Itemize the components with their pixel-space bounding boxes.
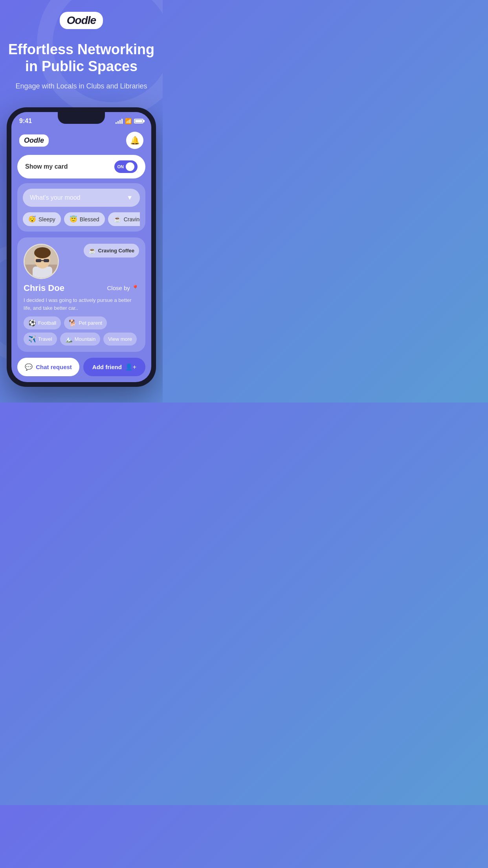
app-logo-text: Oodle bbox=[24, 136, 44, 144]
status-time: 9:41 bbox=[19, 118, 32, 125]
svg-point-4 bbox=[34, 247, 51, 258]
mood-placeholder: What's your mood bbox=[30, 194, 80, 201]
interest-chips: ⚽ Football 🐕 Pet parent ✈️ Travel 🏔️ Mou… bbox=[24, 316, 139, 346]
mood-chip-blessed[interactable]: 😇 Blessed bbox=[64, 212, 105, 226]
svg-rect-6 bbox=[44, 259, 49, 262]
hero-title: Effortless Networking in Public Spaces bbox=[8, 41, 155, 75]
interest-label-travel: Travel bbox=[38, 336, 52, 342]
interest-label-view-more: View more bbox=[108, 336, 132, 342]
travel-emoji: ✈️ bbox=[28, 335, 36, 343]
notification-button[interactable]: 🔔 bbox=[126, 132, 143, 149]
page-content: Oodle Effortless Networking in Public Sp… bbox=[0, 0, 163, 403]
top-logo: Oodle bbox=[60, 12, 103, 29]
hero-subtitle: Engage with Locals in Clubs and Librarie… bbox=[15, 81, 147, 92]
phone-screen: 9:41 📶 Oodle bbox=[11, 112, 151, 382]
chat-icon: 💬 bbox=[25, 363, 33, 371]
bell-icon: 🔔 bbox=[130, 136, 140, 145]
coffee-emoji-mood: ☕ bbox=[114, 215, 121, 223]
add-friend-button[interactable]: Add friend 👤+ bbox=[83, 358, 145, 376]
football-emoji: ⚽ bbox=[28, 319, 36, 327]
profile-location: Close by 📍 bbox=[107, 285, 139, 292]
profile-avatar bbox=[24, 244, 59, 279]
mood-chip-label-craving: Craving Coff bbox=[124, 216, 140, 223]
wifi-icon: 📶 bbox=[125, 118, 132, 124]
chevron-down-icon: ▼ bbox=[127, 194, 133, 201]
action-buttons: 💬 Chat request Add friend 👤+ bbox=[17, 358, 145, 376]
status-icons: 📶 bbox=[116, 118, 143, 124]
chat-request-label: Chat request bbox=[36, 364, 72, 370]
interest-football[interactable]: ⚽ Football bbox=[24, 316, 61, 329]
add-person-icon: 👤+ bbox=[125, 363, 136, 371]
logo-text: Oodle bbox=[67, 14, 96, 26]
pet-emoji: 🐕 bbox=[69, 319, 77, 327]
chat-request-button[interactable]: 💬 Chat request bbox=[17, 358, 79, 376]
interest-label-mountain: Mountain bbox=[75, 336, 95, 342]
interest-pet[interactable]: 🐕 Pet parent bbox=[64, 316, 107, 329]
mood-chip-sleepy[interactable]: 😴 Sleepy bbox=[23, 212, 61, 226]
app-header: Oodle 🔔 bbox=[11, 128, 151, 155]
profile-bio: I decided I was going to actively pursue… bbox=[24, 296, 139, 312]
craving-badge-text: Craving Coffee bbox=[98, 248, 134, 254]
svg-rect-5 bbox=[36, 259, 41, 262]
show-card-label: Show my card bbox=[25, 163, 68, 170]
toggle-circle bbox=[126, 162, 134, 171]
mood-section: What's your mood ▼ 😴 Sleepy 😇 Blessed ☕ … bbox=[17, 183, 145, 232]
profile-card: ☕ Craving Coffee bbox=[17, 237, 145, 352]
mood-chip-craving[interactable]: ☕ Craving Coff bbox=[108, 212, 140, 226]
sleepy-emoji: 😴 bbox=[28, 215, 36, 223]
blessed-emoji: 😇 bbox=[70, 215, 77, 223]
interest-travel[interactable]: ✈️ Travel bbox=[24, 333, 57, 346]
coffee-emoji-badge: ☕ bbox=[88, 247, 96, 254]
add-friend-label: Add friend bbox=[92, 364, 122, 370]
battery-icon bbox=[134, 119, 143, 123]
interest-view-more[interactable]: View more bbox=[103, 333, 137, 346]
mood-chips: 😴 Sleepy 😇 Blessed ☕ Craving Coff bbox=[23, 212, 140, 226]
interest-mountain[interactable]: 🏔️ Mountain bbox=[60, 333, 100, 346]
show-card-row: Show my card ON bbox=[17, 155, 145, 178]
craving-coffee-badge: ☕ Craving Coffee bbox=[84, 244, 139, 257]
app-logo-badge: Oodle bbox=[19, 134, 49, 147]
signal-icon bbox=[116, 118, 123, 124]
interest-label-football: Football bbox=[38, 320, 56, 326]
logo-badge: Oodle bbox=[60, 12, 103, 29]
profile-name-row: Chris Doe Close by 📍 bbox=[24, 283, 139, 293]
mood-chip-label-blessed: Blessed bbox=[80, 216, 99, 223]
avatar-svg bbox=[25, 245, 59, 279]
interest-label-pet: Pet parent bbox=[79, 320, 102, 326]
mountain-emoji: 🏔️ bbox=[65, 335, 73, 343]
mood-chip-label-sleepy: Sleepy bbox=[39, 216, 55, 223]
profile-name: Chris Doe bbox=[24, 283, 64, 293]
toggle-state-label: ON bbox=[117, 164, 124, 169]
phone-mockup: 9:41 📶 Oodle bbox=[7, 107, 156, 387]
mood-dropdown[interactable]: What's your mood ▼ bbox=[23, 189, 140, 207]
show-card-toggle[interactable]: ON bbox=[114, 160, 138, 173]
phone-notch bbox=[58, 112, 105, 124]
